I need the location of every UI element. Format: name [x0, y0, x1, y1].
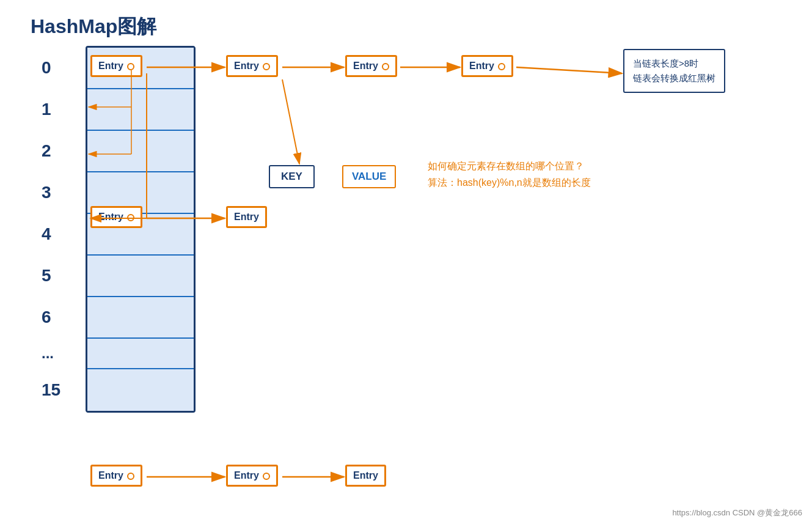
entry-row15-2: Entry: [345, 465, 386, 487]
svg-line-5: [516, 67, 622, 73]
entry-row15-0: Entry: [90, 465, 142, 487]
entry-row3-1: Entry: [226, 206, 267, 228]
dot-r0-1: [263, 63, 270, 70]
array-row-dots: ...: [87, 339, 194, 369]
index-2: 2: [42, 141, 51, 161]
entry-row0-2: Entry: [345, 55, 397, 77]
annotation-line1: 当链表长度>8时: [633, 56, 715, 71]
page-title: HashMap图解: [31, 13, 156, 40]
annotation-line2: 链表会转换成红黑树: [633, 71, 715, 86]
dot-r15-0: [127, 473, 134, 480]
index-15: 15: [42, 380, 60, 400]
array-container: 0 1 2 3 4 5 6 ... 15: [86, 46, 196, 413]
dot-r0-2: [382, 63, 389, 70]
index-3: 3: [42, 183, 51, 202]
array-row-15: 15: [87, 369, 194, 411]
entry-row3-0: Entry: [90, 206, 142, 228]
array-row-6: 6: [87, 297, 194, 339]
index-0: 0: [42, 58, 51, 78]
annotation-redblack-box: 当链表长度>8时 链表会转换成红黑树: [623, 49, 725, 93]
entry-row0-1: Entry: [226, 55, 278, 77]
annotation-hash-text: 如何确定元素存在数组的哪个位置？ 算法：hash(key)%n,n就是数组的长度: [428, 158, 591, 191]
dot-r15-1: [263, 473, 270, 480]
dot-r0-0: [127, 63, 134, 70]
array-row-1: 1: [87, 89, 194, 131]
index-1: 1: [42, 100, 51, 119]
entry-row0-3: Entry: [461, 55, 513, 77]
dot-r3-0: [127, 214, 134, 221]
array-row-2: 2: [87, 131, 194, 172]
index-5: 5: [42, 266, 51, 286]
annotation-hash-line1: 如何确定元素存在数组的哪个位置？: [428, 158, 591, 174]
index-dots: ...: [42, 345, 54, 362]
entry-row0-0: Entry: [90, 55, 142, 77]
array-row-5: 5: [87, 256, 194, 297]
svg-line-8: [282, 79, 299, 164]
dot-r0-3: [498, 63, 505, 70]
index-4: 4: [42, 224, 51, 244]
entry-row15-1: Entry: [226, 465, 278, 487]
watermark: https://blog.csdn CSDN @黄金龙666: [672, 507, 802, 518]
value-box: VALUE: [342, 165, 396, 188]
annotation-hash-line2: 算法：hash(key)%n,n就是数组的长度: [428, 174, 591, 191]
index-6: 6: [42, 308, 51, 327]
key-box: KEY: [269, 165, 315, 188]
